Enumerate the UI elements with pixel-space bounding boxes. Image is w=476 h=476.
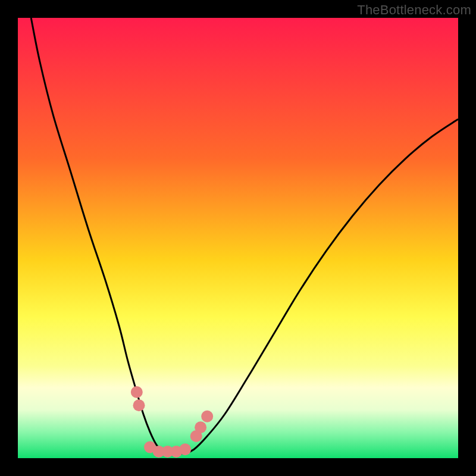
curve-marker	[133, 399, 145, 411]
bottleneck-chart	[18, 18, 458, 458]
curve-marker	[201, 411, 213, 422]
curve-marker	[179, 443, 191, 455]
chart-frame: TheBottleneck.com	[0, 0, 476, 476]
curve-marker	[195, 421, 206, 433]
plot-area	[18, 18, 458, 458]
curve-marker	[131, 386, 143, 398]
watermark-text: TheBottleneck.com	[357, 2, 471, 18]
